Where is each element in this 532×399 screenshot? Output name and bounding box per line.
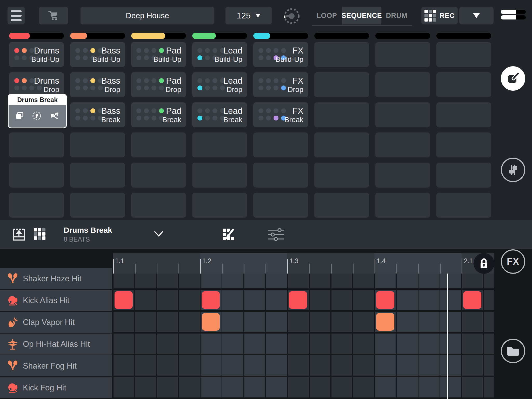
step-cell[interactable] <box>375 377 396 397</box>
browser-button[interactable] <box>501 339 525 363</box>
step-cell[interactable] <box>353 290 374 310</box>
pad-empty[interactable] <box>70 193 125 218</box>
step-cell[interactable] <box>331 312 353 332</box>
export-icon[interactable] <box>11 227 26 242</box>
pad-empty[interactable] <box>436 193 491 218</box>
pad-empty[interactable] <box>70 163 125 188</box>
step-cell[interactable] <box>462 355 483 376</box>
pad-empty[interactable] <box>314 193 369 218</box>
step-cell[interactable] <box>135 312 156 332</box>
step-cell[interactable] <box>288 377 309 397</box>
pads-grid-icon[interactable] <box>34 228 45 240</box>
step-cell[interactable] <box>462 334 483 354</box>
step-cell[interactable] <box>418 312 440 332</box>
step-cell[interactable] <box>179 312 200 332</box>
pad-fx-drop[interactable]: FXDrop <box>253 72 308 97</box>
step-cell[interactable] <box>440 355 461 376</box>
step-edit-icon[interactable] <box>221 227 236 242</box>
pad-empty[interactable] <box>192 163 247 188</box>
pad-fx-break[interactable]: FXBreak <box>253 102 308 127</box>
pad-lead-break[interactable]: LeadBreak <box>192 102 247 127</box>
pad-pad-drop[interactable]: PadDrop <box>131 72 186 97</box>
pad-drums-build-up[interactable]: DrumsBuild-Up <box>9 42 64 67</box>
step-cell[interactable] <box>222 290 243 310</box>
step-cell[interactable] <box>375 355 396 376</box>
pad-pad-break[interactable]: PadBreak <box>131 102 186 127</box>
track-row-shaker-fog-hit[interactable]: Shaker Fog Hit <box>0 355 112 376</box>
mixer-toggle[interactable] <box>501 9 526 21</box>
step-cell[interactable] <box>244 290 265 310</box>
tempo-dial[interactable] <box>282 7 301 25</box>
step-cell[interactable] <box>353 334 374 354</box>
chevron-down-icon[interactable] <box>154 231 164 237</box>
step-cell[interactable] <box>484 377 494 397</box>
step-cell[interactable] <box>244 355 265 376</box>
step-cell[interactable] <box>114 377 135 397</box>
step-cell[interactable] <box>353 355 374 376</box>
step-cell[interactable] <box>179 290 200 310</box>
step-cell[interactable] <box>310 290 331 310</box>
fx-button[interactable]: FX <box>501 249 525 274</box>
copy-icon[interactable] <box>15 111 25 121</box>
active-step[interactable] <box>376 291 394 309</box>
track-row-shaker-haze-hit[interactable]: Shaker Haze Hit <box>0 267 112 289</box>
pad-fx-build-up[interactable]: FXBuild-Up <box>253 42 308 67</box>
step-cell[interactable] <box>288 334 309 354</box>
clip-info[interactable]: Drums Break 8 BEATS <box>64 226 112 243</box>
pad-empty[interactable] <box>314 163 369 188</box>
step-cell[interactable] <box>135 290 156 310</box>
project-title[interactable]: Deep House <box>81 7 214 24</box>
step-cell[interactable] <box>397 334 418 354</box>
active-step[interactable] <box>463 291 481 309</box>
pad-empty[interactable] <box>436 72 491 97</box>
step-cell[interactable] <box>331 290 353 310</box>
step-cell[interactable] <box>288 355 309 376</box>
pad-empty[interactable] <box>375 72 430 97</box>
track-row-op-hi-hat-alias-hit[interactable]: Op Hi-Hat Alias Hit <box>0 333 112 355</box>
rec-button[interactable]: REC <box>421 7 458 24</box>
step-cell[interactable] <box>201 334 222 354</box>
step-cell[interactable] <box>114 355 135 376</box>
pad-empty[interactable] <box>192 193 247 218</box>
step-cell[interactable] <box>114 334 135 354</box>
pad-empty[interactable] <box>253 163 308 188</box>
pad-empty[interactable] <box>192 132 247 157</box>
active-step[interactable] <box>376 313 394 331</box>
step-cell[interactable] <box>266 377 287 397</box>
step-cell[interactable] <box>222 312 243 332</box>
step-cell[interactable] <box>222 334 243 354</box>
pad-empty[interactable] <box>131 132 186 157</box>
track-row-kick-alias-hit[interactable]: Kick Alias Hit <box>0 289 112 311</box>
step-cell[interactable] <box>397 312 418 332</box>
menu-button[interactable] <box>8 7 25 24</box>
pad-empty[interactable] <box>70 132 125 157</box>
pad-lead-drop[interactable]: LeadDrop <box>192 72 247 97</box>
pad-empty[interactable] <box>375 102 430 127</box>
pad-bass-drop[interactable]: BassDrop <box>70 72 125 97</box>
step-cell[interactable] <box>157 290 178 310</box>
hsliders-icon[interactable] <box>267 228 285 242</box>
pad-drums-drop[interactable]: DrumsDrop <box>9 72 64 97</box>
pad-empty[interactable] <box>131 163 186 188</box>
timeline-ruler[interactable]: 1.11.21.31.42.1 <box>112 253 494 274</box>
timeline-lock[interactable] <box>474 253 494 274</box>
step-cell[interactable] <box>179 355 200 376</box>
pad-empty[interactable] <box>375 42 430 67</box>
step-cell[interactable] <box>462 312 483 332</box>
step-cell[interactable] <box>157 377 178 397</box>
step-cell[interactable] <box>157 334 178 354</box>
tab-sequence[interactable]: SEQUENCE <box>342 7 381 24</box>
step-cell[interactable] <box>222 377 243 397</box>
step-cell[interactable] <box>440 377 461 397</box>
pad-empty[interactable] <box>375 193 430 218</box>
track-row-kick-fog-hit[interactable]: Kick Fog Hit <box>0 376 112 398</box>
step-cell[interactable] <box>157 312 178 332</box>
active-step[interactable] <box>289 291 307 309</box>
step-cell[interactable] <box>222 355 243 376</box>
step-cell[interactable] <box>331 377 353 397</box>
step-cell[interactable] <box>114 312 135 332</box>
step-cell[interactable] <box>484 312 494 332</box>
step-cell[interactable] <box>135 377 156 397</box>
step-cell[interactable] <box>440 290 461 310</box>
pad-empty[interactable] <box>436 42 491 67</box>
